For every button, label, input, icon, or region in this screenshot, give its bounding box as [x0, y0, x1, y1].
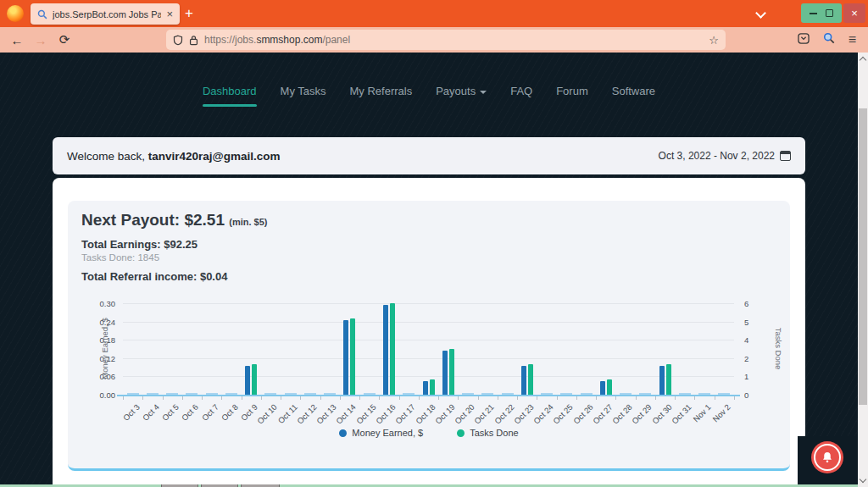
zero-value-stub	[541, 393, 553, 395]
minimize-button[interactable]	[810, 13, 817, 14]
x-axis-tick	[399, 396, 400, 400]
nav-item-forum[interactable]: Forum	[556, 85, 588, 107]
left-axis-title: Money Earned, $	[100, 318, 109, 379]
close-window-button[interactable]: ×	[843, 3, 865, 23]
nav-item-faq[interactable]: FAQ	[510, 85, 532, 107]
zero-value-stub	[502, 393, 514, 395]
tracking-shield-icon[interactable]	[173, 35, 183, 46]
scroll-up-arrow-icon[interactable]	[860, 57, 866, 64]
x-axis-tick	[478, 396, 479, 400]
tabs-list-chevron-icon[interactable]	[755, 8, 766, 19]
total-earnings-text: Total Earnings: $92.25	[81, 238, 198, 251]
zero-value-stub	[186, 393, 198, 395]
window-controls: ×	[801, 3, 865, 23]
nav-item-payouts[interactable]: Payouts	[436, 85, 487, 107]
x-axis-tick	[734, 396, 735, 400]
hamburger-menu-icon[interactable]: ≡	[849, 33, 856, 47]
next-payout-heading: Next Payout: $2.51 (min. $5)	[81, 211, 267, 230]
notification-bell-button[interactable]	[811, 441, 843, 473]
bar-tasks-done	[449, 349, 454, 395]
nav-item-dashboard[interactable]: Dashboard	[203, 85, 257, 107]
bar-money-earned	[383, 305, 388, 395]
legend-dot-tasks	[457, 429, 465, 437]
x-axis-tick	[242, 396, 242, 400]
payout-min-note: (min. $5)	[229, 217, 267, 227]
right-axis-tick: 0	[744, 390, 748, 400]
zero-value-stub	[285, 393, 297, 395]
x-axis-tick	[438, 396, 439, 400]
browser-tab[interactable]: jobs.SerpBot.com Jobs Panel ×	[31, 3, 180, 25]
bar-money-earned	[442, 351, 448, 395]
window-minimize-maximize-group	[801, 3, 842, 23]
url-text[interactable]: https://jobs.smmshop.com/panel	[204, 34, 709, 46]
zero-value-stub	[581, 393, 593, 395]
x-axis-tick	[517, 396, 518, 400]
page-scrollbar[interactable]	[858, 53, 868, 487]
x-axis-tick	[379, 396, 380, 400]
gridline	[123, 358, 734, 359]
forward-button[interactable]: →	[29, 33, 53, 47]
x-axis-tick	[300, 396, 301, 400]
bar-tasks-done	[528, 364, 533, 395]
x-axis-tick	[596, 396, 597, 400]
tab-title: jobs.SerpBot.com Jobs Panel	[53, 9, 161, 19]
zero-value-stub	[620, 393, 632, 395]
zero-value-stub	[206, 393, 218, 395]
active-tab-underline	[203, 104, 257, 107]
referral-income-text: Total Referral income: $0.04	[81, 270, 227, 283]
x-axis-tick	[675, 396, 676, 400]
bell-icon	[820, 450, 835, 465]
x-axis-tick	[221, 396, 222, 400]
right-axis-title: Tasks Done	[774, 328, 783, 370]
welcome-card: Welcome back, tanvir420raj@gmail.com Oct…	[53, 137, 805, 174]
bar-money-earned	[423, 381, 428, 395]
zero-value-stub	[462, 393, 474, 395]
dashboard-card: Next Payout: $2.51 (min. $5) Total Earni…	[53, 178, 805, 487]
legend-dot-money	[339, 429, 347, 437]
legend-item-money[interactable]: Money Earned, $	[339, 428, 423, 438]
restore-button[interactable]	[826, 9, 833, 17]
gridline	[123, 340, 734, 340]
welcome-text: Welcome back, tanvir420raj@gmail.com	[67, 150, 659, 163]
zero-value-stub	[679, 393, 691, 395]
date-range-picker[interactable]: Oct 3, 2022 - Nov 2, 2022	[659, 150, 791, 162]
tab-close-icon[interactable]: ×	[166, 8, 173, 20]
x-axis-line	[117, 395, 740, 396]
gridline	[123, 376, 734, 377]
x-axis-tick	[557, 396, 558, 400]
lock-icon[interactable]	[189, 35, 198, 46]
zero-value-stub	[147, 393, 159, 395]
pocket-icon[interactable]	[798, 32, 810, 47]
left-axis-tick: 0.00	[100, 390, 116, 400]
site-nav-menu: Dashboard My Tasks My Referrals Payouts …	[0, 85, 858, 107]
x-axis-tick	[163, 396, 164, 400]
url-bar[interactable]: https://jobs.smmshop.com/panel ☆	[166, 30, 726, 50]
right-axis-tick: 5	[744, 317, 748, 326]
right-axis-tick: 1	[744, 372, 748, 381]
nav-item-software[interactable]: Software	[612, 85, 655, 107]
x-axis-tick	[123, 396, 124, 400]
zero-value-stub	[718, 393, 730, 395]
reload-button[interactable]: ⟳	[53, 32, 76, 47]
gridline	[123, 303, 734, 304]
x-axis-tick	[359, 396, 360, 400]
legend-item-tasks[interactable]: Tasks Done	[457, 428, 518, 438]
bar-tasks-done	[666, 364, 671, 395]
back-button[interactable]: ←	[5, 33, 29, 47]
bar-tasks-done	[390, 303, 395, 395]
x-axis-tick	[261, 396, 262, 400]
nav-item-my-referrals[interactable]: My Referrals	[349, 85, 412, 107]
right-axis-tick: 6	[744, 299, 748, 308]
tasks-done-text: Tasks Done: 1845	[81, 252, 159, 263]
x-axis-tick	[458, 396, 459, 400]
scrollbar-thumb[interactable]	[859, 108, 867, 405]
zero-value-stub	[304, 393, 316, 395]
firefox-logo-icon[interactable]	[7, 5, 24, 22]
scroll-down-arrow-icon[interactable]	[860, 476, 866, 483]
new-tab-button[interactable]: +	[185, 4, 193, 23]
nav-item-my-tasks[interactable]: My Tasks	[281, 85, 326, 107]
x-axis-tick	[576, 396, 577, 400]
x-axis-tick	[715, 396, 715, 400]
zoom-magnifier-icon[interactable]	[823, 32, 835, 47]
bookmark-star-icon[interactable]: ☆	[709, 34, 719, 47]
